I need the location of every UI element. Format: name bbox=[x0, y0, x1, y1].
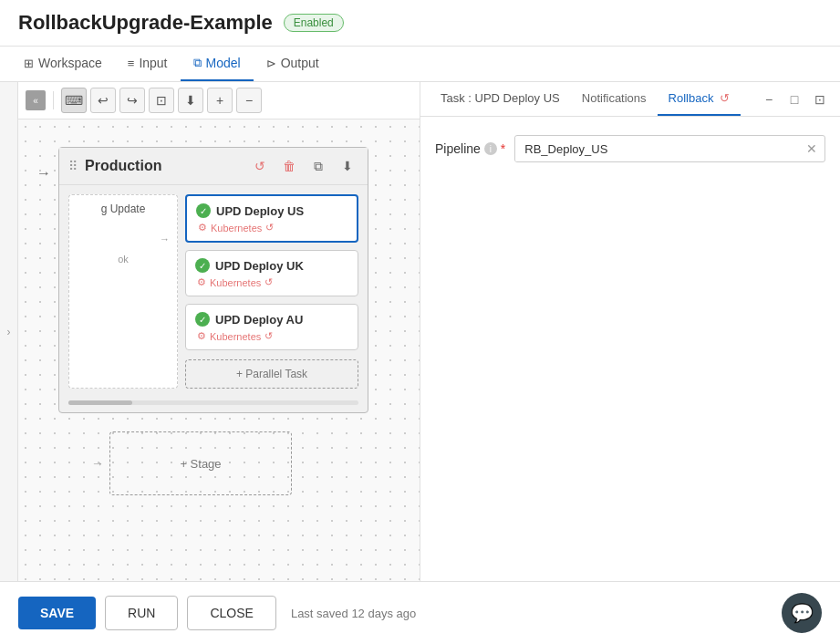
task-card-upd-deploy-us[interactable]: ✓ UPD Deploy US ⚙ Kubernetes ↺ bbox=[185, 194, 358, 243]
nav-tabs: ⊞ Workspace ≡ Input ⧉ Model ⊳ Output bbox=[0, 47, 840, 82]
zoom-in-btn[interactable]: + bbox=[207, 88, 233, 113]
workspace-icon: ⊞ bbox=[24, 57, 34, 70]
tab-task[interactable]: Task : UPD Deploy US bbox=[430, 82, 571, 116]
undo-icon: ↩ bbox=[98, 93, 109, 108]
task-name-1: UPD Deploy US bbox=[216, 204, 304, 218]
stage-content: g Update → ok ✓ UPD Deploy U bbox=[59, 185, 368, 398]
rollback-stage-icon: ↺ bbox=[254, 159, 265, 173]
task-type-2: ⚙ Kubernetes ↺ bbox=[195, 276, 348, 288]
task-check-2: ✓ bbox=[195, 258, 210, 273]
tab-model[interactable]: ⧉ Model bbox=[181, 47, 254, 81]
task-card-header-1: ✓ UPD Deploy US bbox=[196, 203, 347, 218]
add-stage-arrow: → bbox=[91, 456, 104, 471]
stage-title: Production bbox=[85, 158, 242, 174]
run-button[interactable]: RUN bbox=[105, 596, 178, 630]
model-icon: ⧉ bbox=[193, 56, 202, 70]
pipeline-canvas[interactable]: → ⠿ Production ↺ 🗑 bbox=[18, 119, 420, 581]
toolbar-sep-1 bbox=[53, 91, 54, 109]
tab-model-label: Model bbox=[206, 56, 241, 70]
keyboard-btn[interactable]: ⌨ bbox=[61, 88, 87, 113]
add-stage-btn[interactable]: + Stage bbox=[180, 457, 221, 471]
stage-copy-btn[interactable]: ⧉ bbox=[307, 155, 329, 177]
tab-workspace-label: Workspace bbox=[38, 56, 102, 70]
pipeline-label-text: Pipeline bbox=[435, 141, 481, 156]
task-card-header-2: ✓ UPD Deploy UK bbox=[195, 258, 348, 273]
kubernetes-icon-1: ⚙ bbox=[198, 222, 207, 234]
canvas-toolbar: « ⌨ ↩ ↪ ⊡ ⬇ + − bbox=[18, 82, 420, 119]
tab-output-label: Output bbox=[281, 56, 319, 70]
task-type-1: ⚙ Kubernetes ↺ bbox=[196, 222, 347, 234]
right-panel-content: Pipeline i * ✕ bbox=[420, 117, 840, 581]
stage-delete-btn[interactable]: 🗑 bbox=[278, 155, 300, 177]
fit-btn[interactable]: ⊡ bbox=[149, 88, 174, 113]
collapse-sidebar-btn[interactable]: « bbox=[26, 90, 46, 110]
redo-btn[interactable]: ↪ bbox=[119, 88, 145, 113]
task-type-3: ⚙ Kubernetes ↺ bbox=[195, 330, 348, 342]
pipeline-label: Pipeline i * bbox=[435, 141, 505, 156]
canvas-inner: → ⠿ Production ↺ 🗑 bbox=[18, 119, 420, 576]
double-arrow-icon: « bbox=[33, 96, 38, 106]
task-name-2: UPD Deploy UK bbox=[215, 259, 304, 273]
pipeline-info-icon[interactable]: i bbox=[484, 142, 497, 155]
tab-notifications-label: Notifications bbox=[582, 91, 647, 105]
rollback-tab-icon: ↺ bbox=[720, 91, 730, 105]
stage-rollback-btn[interactable]: ↺ bbox=[249, 155, 271, 177]
task-card-header-3: ✓ UPD Deploy AU bbox=[195, 312, 348, 327]
task-check-1: ✓ bbox=[196, 203, 211, 218]
trash-icon: 🗑 bbox=[283, 159, 296, 173]
panel-maximize-btn[interactable]: ⊡ bbox=[809, 88, 831, 110]
tab-rollback[interactable]: Rollback ↺ bbox=[658, 82, 741, 116]
scrollbar-thumb[interactable] bbox=[68, 400, 132, 405]
redo-icon: ↪ bbox=[127, 93, 138, 108]
stage-drag-handle[interactable]: ⠿ bbox=[68, 159, 78, 173]
tab-workspace[interactable]: ⊞ Workspace bbox=[11, 47, 115, 81]
main-content: › « ⌨ ↩ ↪ ⊡ ⬇ + bbox=[0, 82, 840, 581]
tab-input-label: Input bbox=[139, 56, 167, 70]
pipeline-clear-btn[interactable]: ✕ bbox=[799, 136, 824, 161]
zoom-out-icon: − bbox=[245, 93, 253, 108]
panel-restore-btn[interactable]: □ bbox=[783, 88, 805, 110]
fit-icon: ⊡ bbox=[156, 93, 167, 108]
add-stage-block[interactable]: + Stage bbox=[109, 431, 292, 495]
close-button[interactable]: CLOSE bbox=[187, 596, 275, 630]
output-icon: ⊳ bbox=[266, 57, 276, 70]
scrollbar-track bbox=[68, 400, 358, 405]
task-list: ✓ UPD Deploy US ⚙ Kubernetes ↺ bbox=[185, 194, 358, 389]
chat-icon: 💬 bbox=[791, 602, 814, 624]
chat-bubble-btn[interactable]: 💬 bbox=[782, 593, 822, 633]
left-task-arrow: → bbox=[77, 234, 170, 244]
task-type-label-3: Kubernetes bbox=[210, 331, 261, 342]
clear-icon: ✕ bbox=[806, 141, 817, 156]
pipeline-field-row: Pipeline i * ✕ bbox=[435, 135, 825, 162]
sidebar-collapse-btn[interactable]: › bbox=[0, 82, 18, 581]
tab-rollback-label: Rollback bbox=[669, 91, 714, 105]
panel-minimize-btn[interactable]: − bbox=[758, 88, 780, 110]
right-panel: Task : UPD Deploy US Notifications Rollb… bbox=[420, 82, 840, 581]
pipeline-input-wrapper: ✕ bbox=[514, 135, 825, 162]
stage-arrow: → bbox=[36, 165, 51, 182]
required-indicator: * bbox=[501, 141, 505, 156]
app-title: RollbackUpgrade-Example bbox=[18, 11, 273, 35]
task-card-upd-deploy-uk[interactable]: ✓ UPD Deploy UK ⚙ Kubernetes ↺ bbox=[185, 250, 358, 296]
canvas-area: « ⌨ ↩ ↪ ⊡ ⬇ + − bbox=[18, 82, 420, 581]
tab-output[interactable]: ⊳ Output bbox=[254, 47, 332, 81]
stage-container: → ⠿ Production ↺ 🗑 bbox=[36, 147, 420, 413]
tab-input[interactable]: ≡ Input bbox=[115, 47, 181, 81]
zoom-in-icon: + bbox=[216, 93, 223, 108]
download-all-icon: ⬇ bbox=[185, 93, 196, 108]
tab-notifications[interactable]: Notifications bbox=[571, 82, 658, 116]
task-rollback-icon-1: ↺ bbox=[265, 222, 274, 234]
zoom-out-btn[interactable]: − bbox=[236, 88, 262, 113]
right-panel-tabs: Task : UPD Deploy US Notifications Rollb… bbox=[420, 82, 840, 117]
input-icon: ≡ bbox=[128, 57, 135, 70]
copy-icon: ⧉ bbox=[314, 159, 323, 174]
undo-btn[interactable]: ↩ bbox=[90, 88, 116, 113]
enabled-badge: Enabled bbox=[284, 14, 344, 32]
task-card-upd-deploy-au[interactable]: ✓ UPD Deploy AU ⚙ Kubernetes ↺ bbox=[185, 304, 358, 350]
stage-download-btn[interactable]: ⬇ bbox=[337, 155, 358, 177]
download-all-btn[interactable]: ⬇ bbox=[178, 88, 203, 113]
add-parallel-task-btn[interactable]: + Parallel Task bbox=[185, 359, 358, 389]
pipeline-input[interactable] bbox=[515, 137, 799, 161]
stage-download-icon: ⬇ bbox=[342, 159, 353, 173]
save-button[interactable]: SAVE bbox=[18, 597, 96, 629]
